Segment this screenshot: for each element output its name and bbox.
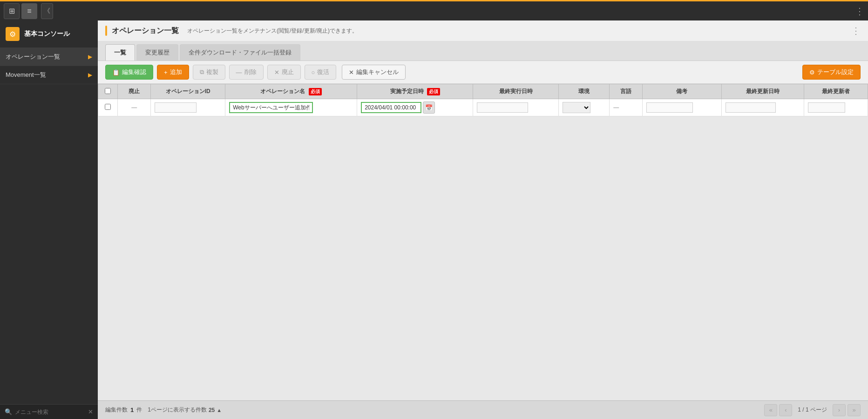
table-header-row: 廃止 オペレーションID オペレーション名 必須 実施予定日時 必須 (98, 84, 868, 99)
prev-page-button[interactable]: ‹ (779, 404, 792, 416)
row-date-input[interactable] (361, 102, 421, 113)
cancel-edit-label: 編集キャンセル (356, 68, 399, 76)
confirm-label: 編集確認 (122, 68, 146, 76)
row-discard-cell: — (118, 99, 151, 116)
per-page-value: 25 (209, 407, 215, 413)
main-layout: ⚙ 基本コンソール オペレーション一覧 ▶ Movement一覧 ▶ 🔍 ✕ オ… (0, 20, 868, 419)
cancel-edit-button[interactable]: ✕ 編集キャンセル (342, 65, 406, 80)
grid-icon: ⊞ (9, 7, 15, 15)
last-page-button[interactable]: » (848, 404, 861, 416)
clear-search-icon[interactable]: ✕ (88, 408, 93, 415)
top-menu-dots[interactable]: ⋮ (855, 6, 864, 17)
per-page-arrow[interactable]: ▲ (217, 407, 222, 413)
search-input[interactable] (15, 409, 88, 415)
page-info: 1 / 1 ページ (794, 406, 831, 414)
sidebar-item-operation-list-label: オペレーション一覧 (6, 53, 60, 61)
row-updater-input[interactable] (808, 102, 845, 113)
col-header-operation-name: オペレーション名 必須 (225, 84, 357, 99)
row-check-cell (98, 99, 118, 116)
page-menu-dots[interactable]: ⋮ (851, 26, 861, 36)
col-header-scheduled-date: 実施予定日時 必須 (357, 84, 473, 99)
delete-label: 削除 (244, 68, 257, 76)
collapse-icon: 《 (44, 7, 50, 15)
copy-button[interactable]: ⧉ 複製 (193, 65, 225, 80)
discard-button[interactable]: ✕ 廃止 (267, 65, 301, 80)
prev-page-icon: ‹ (785, 406, 787, 413)
row-lastexec-cell (473, 99, 559, 116)
next-page-icon: › (838, 406, 840, 413)
confirm-edit-button[interactable]: 📋 編集確認 (105, 65, 153, 80)
table-area: 廃止 オペレーションID オペレーション名 必須 実施予定日時 必須 (98, 84, 868, 400)
tab-history[interactable]: 変更履歴 (136, 44, 178, 61)
row-lang-cell: — (610, 99, 643, 116)
tab-list[interactable]: 一覧 (105, 44, 135, 61)
edit-count-label: 編集件数 (105, 406, 128, 414)
row-lastexec-input[interactable] (477, 102, 528, 113)
sidebar-item-movement-list[interactable]: Movement一覧 ▶ (0, 66, 98, 84)
toolbar: 📋 編集確認 + 追加 ⧉ 複製 — 削除 ✕ 廃止 ○ 復活 (98, 61, 868, 84)
row-note-cell (642, 99, 721, 116)
confirm-icon: 📋 (112, 69, 120, 76)
col-header-operation-id: オペレーションID (151, 84, 225, 99)
select-all-checkbox[interactable] (105, 88, 111, 94)
sidebar-item-movement-list-label: Movement一覧 (6, 71, 46, 79)
grid-view-button[interactable]: ⊞ (4, 3, 20, 19)
tabs-bar: 一覧 変更履歴 全件ダウンロード・ファイル一括登録 (98, 41, 868, 61)
required-badge-name: 必須 (309, 88, 322, 95)
add-button[interactable]: + 追加 (157, 65, 189, 80)
col-header-check (98, 84, 118, 99)
discard-icon: ✕ (274, 69, 279, 76)
row-name-cell (225, 99, 357, 116)
sidebar-logo-icon: ⚙ (6, 27, 20, 41)
restore-button[interactable]: ○ 復活 (305, 65, 337, 80)
per-page-label: 1ページに表示する件数 (148, 406, 207, 414)
row-env-cell (559, 99, 610, 116)
cancel-icon: ✕ (349, 69, 354, 76)
calendar-button[interactable]: 📅 (423, 101, 435, 114)
required-badge-date: 必須 (427, 88, 440, 95)
per-page-selector: 1ページに表示する件数 25 ▲ (148, 406, 222, 414)
discard-label: 廃止 (282, 68, 294, 76)
row-env-select[interactable] (563, 102, 590, 113)
col-header-last-updater: 最終更新者 (804, 84, 868, 99)
restore-icon: ○ (312, 69, 315, 76)
col-header-last-exec: 最終実行日時 (473, 84, 559, 99)
tab-download[interactable]: 全件ダウンロード・ファイル一括登録 (180, 44, 300, 61)
row-date-cell: 📅 (357, 99, 473, 116)
row-lang-value: — (613, 104, 619, 111)
delete-button[interactable]: — 削除 (229, 65, 264, 80)
restore-label: 復活 (317, 68, 329, 76)
row-note-input[interactable] (646, 102, 693, 113)
add-icon: + (164, 69, 168, 76)
collapse-sidebar-button[interactable]: 《 (41, 3, 53, 19)
row-updated-input[interactable] (726, 102, 776, 113)
list-icon: ≡ (27, 7, 31, 15)
copy-label: 複製 (206, 68, 218, 76)
first-page-icon: « (769, 406, 773, 413)
page-header: オペレーション一覧 オペレーション一覧をメンテナンス(閲覧/登録/更新/廃止)で… (98, 20, 868, 41)
sidebar-arrow-icon-2: ▶ (88, 72, 92, 78)
list-view-button[interactable]: ≡ (21, 3, 37, 19)
row-name-input[interactable] (229, 102, 313, 113)
header-accent-bar (105, 26, 107, 36)
content-area: オペレーション一覧 オペレーション一覧をメンテナンス(閲覧/登録/更新/廃止)で… (98, 20, 868, 419)
next-page-button[interactable]: › (833, 404, 846, 416)
calendar-icon: 📅 (425, 104, 433, 111)
delete-icon: — (236, 69, 242, 76)
sidebar-header: ⚙ 基本コンソール (0, 20, 98, 48)
sidebar-search-area: 🔍 ✕ (0, 404, 98, 419)
table-settings-button[interactable]: ⚙ テーブル設定 (802, 65, 861, 80)
edit-count-info: 編集件数 1 件 (105, 406, 142, 414)
date-input-wrap: 📅 (361, 101, 469, 114)
row-checkbox[interactable] (105, 104, 111, 110)
edit-count-unit: 件 (136, 406, 142, 414)
top-bar: ⊞ ≡ 《 ⋮ (0, 0, 868, 20)
row-updater-cell (804, 99, 868, 116)
col-header-env: 環境 (559, 84, 610, 99)
col-header-discard: 廃止 (118, 84, 151, 99)
col-header-note: 備考 (642, 84, 721, 99)
sidebar-item-operation-list[interactable]: オペレーション一覧 ▶ (0, 48, 98, 66)
row-id-input[interactable] (155, 102, 197, 113)
bottom-bar: 編集件数 1 件 1ページに表示する件数 25 ▲ « ‹ 1 / 1 ページ … (98, 400, 868, 419)
first-page-button[interactable]: « (764, 404, 777, 416)
